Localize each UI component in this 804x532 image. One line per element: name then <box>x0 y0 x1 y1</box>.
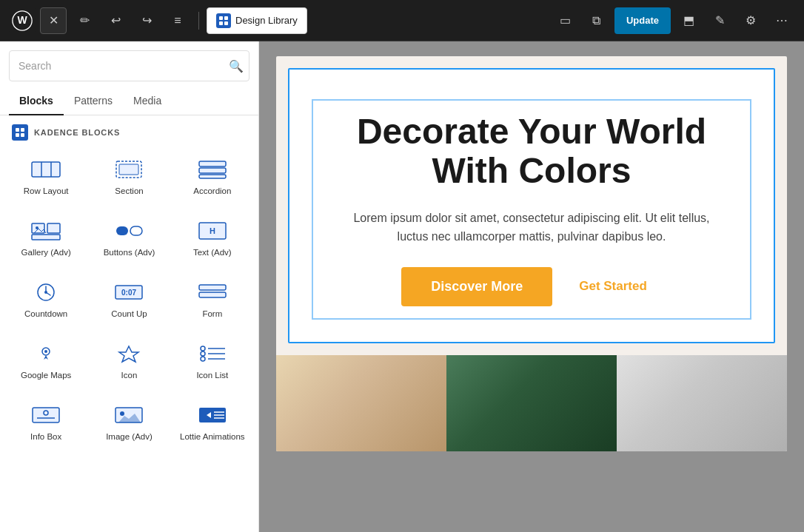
room-2-illustration <box>446 355 617 451</box>
svg-text:0:07: 0:07 <box>121 289 136 297</box>
gallery-adv-icon <box>31 219 61 243</box>
pencil-button[interactable]: ✏ <box>71 7 98 34</box>
svg-rect-14 <box>119 164 138 175</box>
design-library-label: Design Library <box>235 15 298 26</box>
block-item-image-adv[interactable]: Image (Adv) <box>89 394 169 452</box>
canvas-area: Decorate Your World With Colors Lorem ip… <box>259 41 804 532</box>
svg-rect-32 <box>199 285 226 290</box>
block-item-info-box[interactable]: Info Box <box>6 394 86 452</box>
block-label: Text (Adv) <box>193 247 232 258</box>
svg-rect-3 <box>224 16 228 20</box>
block-item-icon[interactable]: Icon <box>89 332 169 391</box>
svg-text:W: W <box>17 14 27 26</box>
svg-point-35 <box>44 350 47 353</box>
block-label: Count Up <box>111 309 147 320</box>
block-item-icon-list[interactable]: Icon List <box>172 332 252 391</box>
block-item-row-layout[interactable]: Row Layout <box>6 148 86 206</box>
photo-row <box>276 355 787 451</box>
close-button[interactable]: ✕ <box>40 7 67 34</box>
section-icon <box>114 158 144 181</box>
search-submit-button[interactable]: 🔍 <box>229 59 244 73</box>
block-item-form[interactable]: Form <box>172 271 252 329</box>
hero-buttons: Discover More Get Started <box>325 267 738 306</box>
undo-button[interactable]: ↩ <box>102 7 129 34</box>
list-icon: ≡ <box>174 14 181 27</box>
svg-rect-6 <box>16 128 19 132</box>
svg-rect-33 <box>199 292 226 297</box>
search-icon: 🔍 <box>229 60 244 73</box>
wp-logo-button[interactable]: W <box>9 7 36 34</box>
list-view-button[interactable]: ≡ <box>164 7 191 34</box>
kadence-badge-icon <box>12 124 28 141</box>
block-item-accordion[interactable]: Accordion <box>172 148 252 206</box>
photo-item-1 <box>276 355 446 451</box>
block-item-lottie[interactable]: Lottie Animations <box>172 394 252 452</box>
design-library-icon <box>216 13 231 28</box>
update-button[interactable]: Update <box>614 7 671 34</box>
icon-block-icon <box>114 342 144 366</box>
svg-rect-20 <box>32 235 60 240</box>
svg-rect-2 <box>219 16 223 20</box>
block-item-text-adv[interactable]: H Text (Adv) <box>172 209 252 268</box>
kadence-blocks-label: KADENCE BLOCKS <box>0 121 258 145</box>
block-label: Countdown <box>24 309 67 320</box>
svg-point-47 <box>120 411 124 416</box>
tab-blocks[interactable]: Blocks <box>9 87 64 115</box>
block-label: Form <box>202 309 222 320</box>
more-menu-button[interactable]: ⋯ <box>768 7 795 34</box>
block-item-section[interactable]: Section <box>89 148 169 206</box>
get-started-button[interactable]: Get Started <box>564 267 662 306</box>
block-item-count-up[interactable]: 0:07 Count Up <box>89 271 169 329</box>
toolbar: W ✕ ✏ ↩ ↪ ≡ Design Library <box>0 0 804 41</box>
svg-rect-4 <box>219 21 223 25</box>
search-input[interactable] <box>9 50 249 81</box>
hero-section[interactable]: Decorate Your World With Colors Lorem ip… <box>288 68 775 343</box>
icon-list-icon <box>198 342 227 366</box>
hero-inner: Decorate Your World With Colors Lorem ip… <box>312 99 751 320</box>
block-item-gallery-adv[interactable]: Gallery (Adv) <box>6 209 86 268</box>
redo-icon: ↪ <box>142 13 152 27</box>
block-item-buttons-adv[interactable]: Buttons (Adv) <box>89 209 169 268</box>
block-item-google-maps[interactable]: Google Maps <box>6 332 86 391</box>
block-label: Section <box>115 186 143 197</box>
edit-button[interactable]: ✎ <box>706 7 733 34</box>
design-library-button[interactable]: Design Library <box>207 7 307 34</box>
block-label: Gallery (Adv) <box>21 247 71 258</box>
toolbar-divider <box>198 12 199 30</box>
svg-point-29 <box>44 291 47 294</box>
settings-button[interactable]: ⚙ <box>737 7 764 34</box>
photo-item-3 <box>617 355 787 451</box>
room-3-illustration <box>617 355 787 451</box>
block-item-countdown[interactable]: Countdown <box>6 271 86 329</box>
search-box: 🔍 <box>9 50 249 81</box>
redo-button[interactable]: ↪ <box>133 7 160 34</box>
photo-item-2 <box>446 355 617 451</box>
google-maps-icon <box>31 342 61 366</box>
svg-rect-22 <box>116 226 128 235</box>
svg-point-39 <box>201 351 205 356</box>
close-icon: ✕ <box>49 13 58 27</box>
external-link-button[interactable]: ⧉ <box>583 7 610 34</box>
svg-point-41 <box>201 357 205 361</box>
countdown-icon <box>31 280 61 304</box>
page-canvas: Decorate Your World With Colors Lorem ip… <box>276 56 787 451</box>
tab-patterns[interactable]: Patterns <box>64 87 123 115</box>
sidebar-toggle-button[interactable]: ⬒ <box>675 7 702 34</box>
block-label: Info Box <box>30 431 61 442</box>
count-up-icon: 0:07 <box>114 280 144 304</box>
sidebar: 🔍 Blocks Patterns Media <box>0 41 259 532</box>
discover-more-button[interactable]: Discover More <box>401 267 552 306</box>
block-label: Icon <box>121 370 138 381</box>
svg-rect-15 <box>199 161 226 166</box>
row-layout-icon <box>31 158 61 181</box>
undo-icon: ↩ <box>111 13 121 27</box>
get-started-label: Get Started <box>579 279 647 293</box>
svg-rect-8 <box>16 133 19 137</box>
desktop-view-button[interactable]: ▭ <box>552 7 579 34</box>
lottie-icon <box>198 403 227 427</box>
svg-rect-19 <box>47 223 60 233</box>
update-label: Update <box>626 15 659 26</box>
tabs-row: Blocks Patterns Media <box>0 87 258 115</box>
tab-media[interactable]: Media <box>123 87 172 115</box>
svg-rect-9 <box>21 133 24 137</box>
